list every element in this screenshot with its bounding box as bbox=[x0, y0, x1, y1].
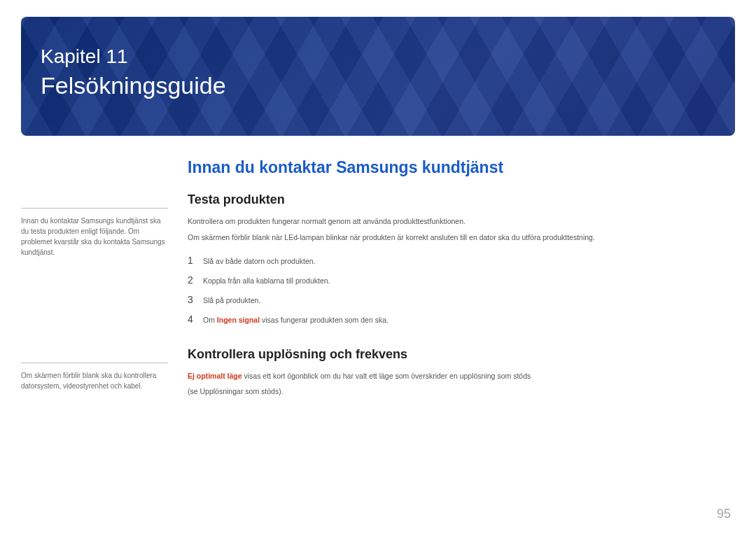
text-fragment: visas ett kort ögonblick om du har valt … bbox=[242, 372, 531, 380]
step-row: 3 Slå på produkten. bbox=[188, 290, 735, 309]
paragraph: Kontrollera om produkten fungerar normal… bbox=[188, 216, 735, 227]
step-number: 2 bbox=[188, 274, 203, 286]
content-area: Innan du kontaktar Samsungs kundtjänst s… bbox=[21, 158, 735, 402]
highlight-text: Ej optimalt läge bbox=[188, 372, 242, 380]
paragraph: (se Upplösningar som stöds). bbox=[188, 386, 735, 398]
ordered-steps: 1 Slå av både datorn och produkten. 2 Ko… bbox=[188, 251, 735, 329]
step-text: Slå på produkten. bbox=[203, 296, 735, 304]
chapter-banner: Kapitel 11 Felsökningsguide bbox=[21, 17, 735, 136]
paragraph: Ej optimalt läge visas ett kort ögonblic… bbox=[188, 370, 735, 382]
subsection-heading-test: Testa produkten bbox=[188, 192, 735, 207]
sidebar-note-2: Om skärmen förblir blank ska du kontroll… bbox=[21, 363, 168, 391]
step-row: 2 Koppla från alla kablarna till produkt… bbox=[188, 270, 735, 290]
text-fragment: Om bbox=[203, 316, 217, 324]
step-text: Koppla från alla kablarna till produkten… bbox=[203, 276, 735, 285]
step-number: 4 bbox=[188, 314, 203, 325]
page-number: 95 bbox=[717, 507, 731, 521]
step-number: 1 bbox=[188, 255, 203, 266]
sidebar: Innan du kontaktar Samsungs kundtjänst s… bbox=[21, 158, 168, 402]
step-row: 1 Slå av både datorn och produkten. bbox=[188, 251, 735, 270]
paragraph: Om skärmen förblir blank när LEd-lampan … bbox=[188, 232, 735, 244]
step-row: 4 Om Ingen signal visas fungerar produkt… bbox=[188, 309, 735, 329]
main-column: Innan du kontaktar Samsungs kundtjänst T… bbox=[168, 158, 735, 402]
text-fragment: visas fungerar produkten som den ska. bbox=[260, 316, 388, 324]
section-heading: Innan du kontaktar Samsungs kundtjänst bbox=[188, 158, 735, 177]
step-number: 3 bbox=[188, 294, 203, 305]
subsection-heading-resolution: Kontrollera upplösning och frekvens bbox=[188, 347, 735, 362]
document-page: Kapitel 11 Felsökningsguide Innan du kon… bbox=[0, 0, 756, 534]
step-text: Slå av både datorn och produkten. bbox=[203, 257, 735, 265]
chapter-title: Felsökningsguide bbox=[41, 71, 715, 100]
sidebar-note-1: Innan du kontaktar Samsungs kundtjänst s… bbox=[21, 208, 168, 258]
highlight-text: Ingen signal bbox=[217, 316, 260, 324]
chapter-label: Kapitel 11 bbox=[41, 45, 715, 69]
step-text: Om Ingen signal visas fungerar produkten… bbox=[203, 316, 735, 324]
